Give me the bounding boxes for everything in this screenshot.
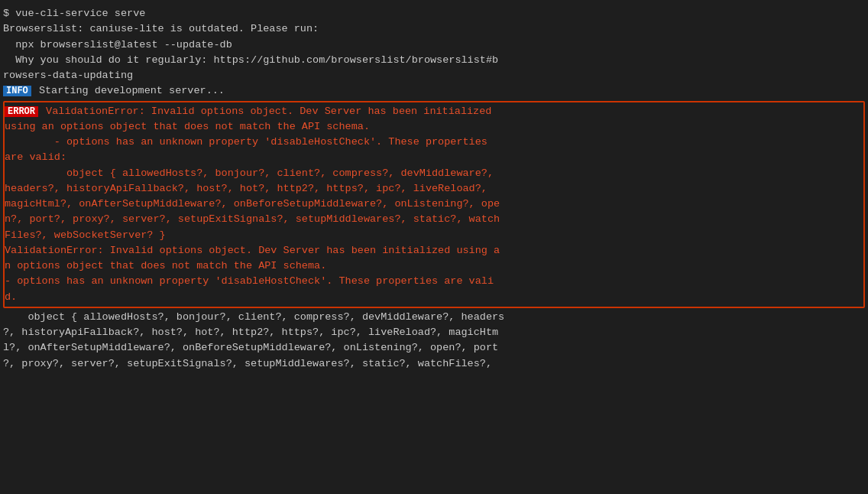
output-line-3: Why you should do it regularly: https://…: [3, 53, 865, 68]
bottom-line-4: ?, proxy?, server?, setupExitSignals?, s…: [3, 356, 865, 372]
error-line-11: - options has an unknown property 'disab…: [5, 274, 863, 289]
output-line-2: npx browserslist@latest --update-db: [3, 37, 865, 53]
output-line-1: Browserslist: caniuse-lite is outdated. …: [3, 21, 865, 37]
error-first-text: ValidationError: Invalid options object.…: [40, 104, 491, 119]
bottom-line-2: ?, historyApiFallback?, host?, hot?, htt…: [3, 325, 865, 340]
error-line-3: are valid:: [5, 150, 863, 165]
error-line-6: magicHtml?, onAfterSetupMiddleware?, onB…: [5, 197, 863, 212]
error-first-line: ERROR ValidationError: Invalid options o…: [5, 104, 863, 119]
error-block: ERROR ValidationError: Invalid options o…: [3, 101, 865, 308]
info-badge: INFO: [3, 86, 31, 96]
error-badge: ERROR: [5, 106, 38, 117]
prompt-line: $ vue-cli-service serve: [3, 6, 865, 21]
error-line-10: n options object that does not match the…: [5, 258, 863, 274]
error-line-1: using an options object that does not ma…: [5, 119, 863, 135]
error-line-2: - options has an unknown property 'disab…: [5, 135, 863, 150]
info-text: Starting development server...: [33, 83, 225, 99]
error-line-4: object { allowedHosts?, bonjour?, client…: [5, 166, 863, 181]
output-line-4: rowsers-data-updating: [3, 68, 865, 83]
info-line: INFO Starting development server...: [3, 83, 865, 99]
error-line-5: headers?, historyApiFallback?, host?, ho…: [5, 181, 863, 197]
error-line-8: Files?, webSocketServer? }: [5, 228, 863, 243]
error-line-12: d.: [5, 290, 863, 305]
error-line-9: ValidationError: Invalid options object.…: [5, 243, 863, 258]
bottom-line-1: object { allowedHosts?, bonjour?, client…: [3, 310, 865, 325]
terminal-window: $ vue-cli-service serve Browserslist: ca…: [0, 0, 868, 494]
bottom-line-3: l?, onAfterSetupMiddleware?, onBeforeSet…: [3, 340, 865, 356]
error-line-7: n?, port?, proxy?, server?, setupExitSig…: [5, 212, 863, 227]
